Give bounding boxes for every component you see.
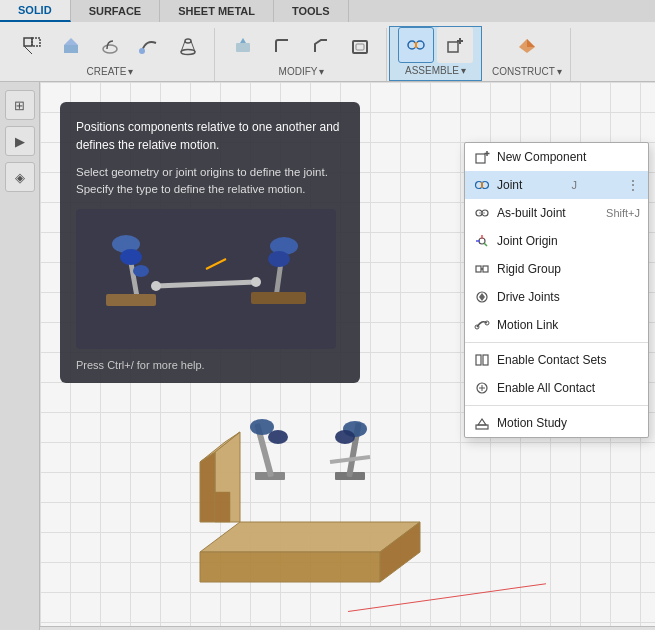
menu-item-motion-link[interactable]: Motion Link — [465, 311, 648, 339]
canvas[interactable]: Positions components relative to one ano… — [40, 82, 655, 630]
svg-marker-22 — [527, 39, 535, 47]
toolbar-group-assemble: ASSEMBLE ▾ — [389, 26, 482, 81]
create-new-body-btn[interactable] — [14, 28, 50, 64]
svg-rect-52 — [251, 292, 306, 304]
svg-rect-78 — [476, 425, 488, 429]
create-group-label[interactable]: CREATE ▾ — [87, 66, 134, 77]
modify-icons — [225, 28, 378, 64]
tab-surface[interactable]: SURFACE — [71, 0, 161, 22]
svg-line-38 — [330, 457, 370, 462]
svg-rect-0 — [24, 38, 32, 46]
svg-rect-53 — [476, 154, 485, 163]
tooltip-footer: Press Ctrl+/ for more help. — [76, 359, 344, 371]
svg-rect-11 — [236, 43, 250, 52]
svg-point-33 — [268, 430, 288, 444]
timeline-icon[interactable]: ▶ — [5, 126, 35, 156]
tooltip-box: Positions components relative to one ano… — [60, 102, 360, 383]
joint-origin-icon — [473, 232, 491, 250]
menu-item-drive-joints[interactable]: Drive Joints — [465, 283, 648, 311]
menu-item-new-component[interactable]: New Component — [465, 143, 648, 171]
toolbar: SOLID SURFACE SHEET METAL TOOLS — [0, 0, 655, 82]
svg-rect-3 — [64, 45, 78, 53]
menu-item-motion-study[interactable]: Motion Study — [465, 409, 648, 437]
nav-icon[interactable]: ◈ — [5, 162, 35, 192]
assemble-new-component-btn[interactable] — [437, 27, 473, 63]
svg-rect-14 — [356, 44, 364, 50]
toolbar-buttons-row: CREATE ▾ MODIFY — [0, 22, 655, 81]
svg-rect-67 — [483, 266, 488, 272]
browser-icon[interactable]: ⊞ — [5, 90, 35, 120]
svg-point-42 — [120, 249, 142, 265]
assemble-joint-btn[interactable] — [398, 27, 434, 63]
svg-point-37 — [335, 430, 355, 444]
as-built-joint-icon — [473, 204, 491, 222]
svg-marker-12 — [240, 38, 246, 43]
menu-item-joint[interactable]: Joint J ⋮ — [465, 171, 648, 199]
svg-point-43 — [133, 265, 149, 277]
create-sweep-btn[interactable] — [131, 28, 167, 64]
create-icons — [14, 28, 206, 64]
svg-rect-74 — [483, 355, 488, 365]
create-extrude-btn[interactable] — [53, 28, 89, 64]
svg-line-2 — [24, 46, 32, 54]
create-loft-btn[interactable] — [170, 28, 206, 64]
svg-marker-24 — [200, 552, 380, 582]
svg-rect-73 — [476, 355, 481, 365]
menu-item-enable-contact-sets[interactable]: Enable Contact Sets — [465, 346, 648, 374]
assemble-dropdown-menu: New Component Joint J ⋮ As-built Joint S… — [464, 142, 649, 438]
main-area: ⊞ ▶ ◈ — [0, 82, 655, 630]
modify-chamfer-btn[interactable] — [303, 28, 339, 64]
menu-item-as-built-joint[interactable]: As-built Joint Shift+J — [465, 199, 648, 227]
motion-study-icon — [473, 414, 491, 432]
menu-divider-1 — [465, 342, 648, 343]
create-revolve-btn[interactable] — [92, 28, 128, 64]
svg-point-5 — [103, 45, 117, 53]
svg-point-15 — [408, 41, 416, 49]
motion-link-icon — [473, 316, 491, 334]
svg-marker-79 — [478, 419, 486, 425]
svg-marker-4 — [64, 38, 78, 45]
svg-marker-29 — [215, 492, 230, 522]
svg-rect-18 — [448, 42, 458, 52]
svg-marker-27 — [200, 452, 215, 522]
svg-line-64 — [484, 243, 487, 246]
construct-btn[interactable] — [499, 28, 555, 64]
svg-point-8 — [185, 39, 191, 43]
3d-model — [100, 352, 480, 630]
svg-point-50 — [268, 251, 290, 267]
new-component-icon — [473, 148, 491, 166]
toolbar-group-modify: MODIFY ▾ — [217, 28, 387, 81]
left-panel: ⊞ ▶ ◈ — [0, 82, 40, 630]
svg-rect-66 — [476, 266, 481, 272]
svg-point-45 — [151, 281, 161, 291]
tooltip-instructions: Select geometry or joint origins to defi… — [76, 164, 344, 199]
svg-point-6 — [139, 48, 145, 54]
assemble-icons — [398, 27, 473, 63]
joint-illustration-svg — [86, 214, 326, 344]
tooltip-illustration — [76, 209, 336, 349]
assemble-group-label[interactable]: ASSEMBLE ▾ — [405, 65, 466, 76]
contact-sets-icon — [473, 351, 491, 369]
modify-fillet-btn[interactable] — [264, 28, 300, 64]
joint-more-icon[interactable]: ⋮ — [626, 177, 640, 193]
tab-sheet-metal[interactable]: SHEET METAL — [160, 0, 274, 22]
svg-marker-70 — [479, 293, 485, 301]
tab-tools[interactable]: TOOLS — [274, 0, 349, 22]
svg-rect-51 — [106, 294, 156, 306]
menu-item-joint-origin[interactable]: Joint Origin — [465, 227, 648, 255]
rigid-group-icon — [473, 260, 491, 278]
menu-item-rigid-group[interactable]: Rigid Group — [465, 255, 648, 283]
svg-line-44 — [156, 282, 256, 286]
drive-joints-icon — [473, 288, 491, 306]
menu-item-enable-all-contact[interactable]: Enable All Contact — [465, 374, 648, 402]
toolbar-tabs: SOLID SURFACE SHEET METAL TOOLS — [0, 0, 655, 22]
svg-rect-13 — [353, 41, 367, 53]
modify-press-pull-btn[interactable] — [225, 28, 261, 64]
menu-divider-2 — [465, 405, 648, 406]
construct-group-label[interactable]: CONSTRUCT ▾ — [492, 66, 562, 77]
modify-shell-btn[interactable] — [342, 28, 378, 64]
bottom-toolbar: ⌂ ⬡ ✥ ↻ ⊕ ◎ ▣ ⊞ ◈ — [40, 626, 655, 630]
svg-point-16 — [416, 41, 424, 49]
tab-solid[interactable]: SOLID — [0, 0, 71, 22]
modify-group-label[interactable]: MODIFY ▾ — [279, 66, 325, 77]
